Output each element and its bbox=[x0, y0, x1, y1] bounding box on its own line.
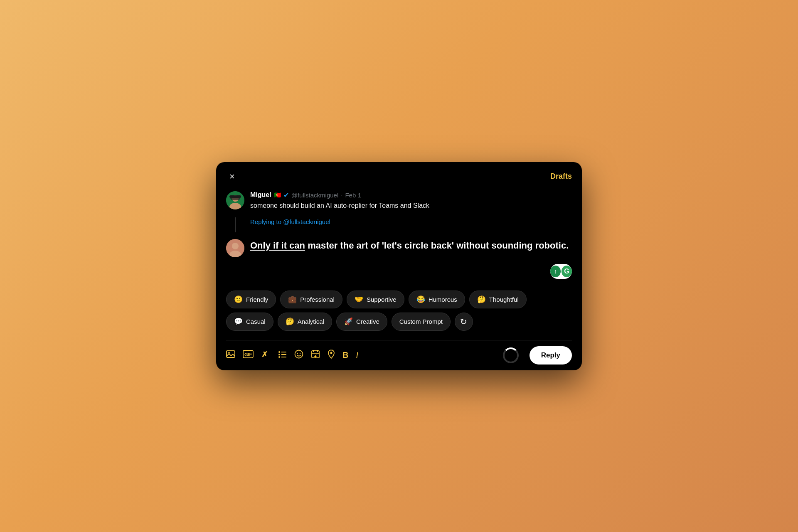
reply-main-text: Only if it can master the art of 'let's … bbox=[250, 239, 572, 252]
flag-emoji: 🇵🇹 bbox=[274, 192, 281, 198]
thoughtful-label: Thoughtful bbox=[489, 296, 519, 303]
svg-rect-5 bbox=[229, 195, 241, 198]
emoji-icon[interactable] bbox=[294, 350, 303, 361]
gif-icon[interactable]: GIF bbox=[243, 350, 254, 361]
author-name: Miguel bbox=[250, 191, 271, 199]
humorous-label: Humorous bbox=[429, 296, 457, 303]
thread-line-col bbox=[226, 217, 244, 232]
tweet-content: Miguel 🇵🇹 ✔ @fullstackmiguel · Feb 1 som… bbox=[250, 191, 572, 211]
close-button[interactable]: × bbox=[226, 170, 238, 183]
original-tweet: Miguel 🇵🇹 ✔ @fullstackmiguel · Feb 1 som… bbox=[216, 188, 582, 217]
svg-text:✗: ✗ bbox=[261, 350, 268, 359]
tone-btn-thoughtful[interactable]: 🤔 Thoughtful bbox=[469, 291, 527, 308]
analytical-label: Analytical bbox=[298, 318, 324, 325]
location-icon[interactable] bbox=[328, 350, 335, 361]
tone-btn-creative[interactable]: 🚀 Creative bbox=[336, 313, 387, 331]
ai-badge-first: ↑ bbox=[550, 266, 561, 277]
dot-separator: · bbox=[341, 192, 342, 199]
modal-container: × Drafts Miguel 🇵🇹 ✔ @fullstackmiguel · … bbox=[216, 162, 582, 370]
refresh-icon: ↻ bbox=[460, 317, 467, 327]
svg-point-7 bbox=[232, 243, 239, 249]
svg-text:GIF: GIF bbox=[244, 352, 252, 357]
supportive-label: Supportive bbox=[367, 296, 397, 303]
svg-point-28 bbox=[330, 352, 332, 354]
refresh-button[interactable]: ↻ bbox=[455, 313, 473, 331]
humorous-emoji: 😂 bbox=[416, 295, 425, 304]
avatar-miguel bbox=[226, 191, 244, 209]
tone-buttons: 🙂 Friendly 💼 Professional 🤝 Supportive 😂… bbox=[216, 284, 582, 335]
verified-badge: ✔ bbox=[283, 191, 289, 199]
svg-point-16 bbox=[278, 356, 280, 358]
reply-button[interactable]: Reply bbox=[530, 346, 572, 365]
tweet-text: someone should build an AI auto-replier … bbox=[250, 201, 572, 211]
ai-badge-grammarly: G bbox=[562, 266, 572, 277]
toolbar: GIF ✗ bbox=[216, 340, 582, 370]
schedule-icon[interactable]: ⚡ bbox=[311, 350, 320, 361]
image-icon[interactable] bbox=[226, 350, 235, 361]
svg-point-14 bbox=[278, 351, 280, 353]
tone-btn-analytical[interactable]: 🤔 Analytical bbox=[278, 313, 332, 331]
italic-icon[interactable]: I bbox=[356, 350, 358, 360]
friendly-emoji: 🙂 bbox=[234, 295, 243, 304]
tone-btn-friendly[interactable]: 🙂 Friendly bbox=[226, 291, 276, 308]
ai-badges: ↑ G bbox=[216, 261, 582, 284]
friendly-label: Friendly bbox=[246, 296, 268, 303]
tone-btn-supportive[interactable]: 🤝 Supportive bbox=[347, 291, 404, 308]
casual-label: Casual bbox=[246, 318, 266, 325]
analytical-emoji: 🤔 bbox=[286, 317, 294, 326]
tweet-author-line: Miguel 🇵🇹 ✔ @fullstackmiguel · Feb 1 bbox=[250, 191, 572, 199]
list-icon[interactable] bbox=[278, 350, 287, 361]
casual-emoji: 💬 bbox=[234, 317, 243, 326]
creative-emoji: 🚀 bbox=[344, 317, 353, 326]
bold-icon[interactable]: B bbox=[342, 350, 348, 360]
underlined-text: Only if it can bbox=[250, 240, 305, 251]
modal-header: × Drafts bbox=[216, 162, 582, 188]
loading-indicator bbox=[503, 347, 519, 363]
crosspost-icon[interactable]: ✗ bbox=[261, 350, 270, 361]
svg-text:⚡: ⚡ bbox=[313, 354, 318, 358]
ai-badge-container[interactable]: ↑ G bbox=[550, 264, 572, 279]
tweet-date: Feb 1 bbox=[345, 192, 361, 199]
svg-point-20 bbox=[295, 350, 303, 358]
professional-emoji: 💼 bbox=[288, 295, 297, 304]
reply-indicator: Replying to @fullstackmiguel bbox=[216, 217, 582, 234]
tone-btn-custom-prompt[interactable]: Custom Prompt bbox=[392, 313, 451, 331]
replying-to-text: Replying to @fullstackmiguel bbox=[250, 217, 330, 232]
tone-btn-professional[interactable]: 💼 Professional bbox=[280, 291, 342, 308]
supportive-emoji: 🤝 bbox=[355, 295, 363, 304]
tone-btn-humorous[interactable]: 😂 Humorous bbox=[409, 291, 465, 308]
svg-point-22 bbox=[300, 352, 300, 353]
custom-prompt-label: Custom Prompt bbox=[399, 318, 443, 325]
svg-point-15 bbox=[278, 354, 280, 355]
reply-text-content: Only if it can master the art of 'let's … bbox=[250, 239, 572, 257]
tone-btn-casual[interactable]: 💬 Casual bbox=[226, 313, 273, 331]
svg-rect-9 bbox=[227, 351, 235, 357]
creative-label: Creative bbox=[356, 318, 379, 325]
thread-line bbox=[235, 217, 236, 232]
reply-section: Only if it can master the art of 'let's … bbox=[216, 234, 582, 261]
avatar-reply bbox=[226, 239, 244, 257]
thoughtful-emoji: 🤔 bbox=[477, 295, 486, 304]
drafts-button[interactable]: Drafts bbox=[550, 172, 572, 181]
author-handle: @fullstackmiguel bbox=[291, 192, 339, 199]
replying-to-handle[interactable]: @fullstackmiguel bbox=[283, 218, 330, 225]
svg-point-21 bbox=[297, 352, 298, 353]
professional-label: Professional bbox=[300, 296, 335, 303]
